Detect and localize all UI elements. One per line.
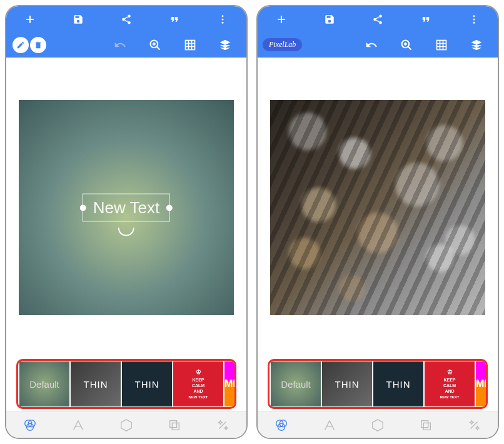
- text-element[interactable]: New Text: [83, 194, 170, 222]
- bottom-tabs: [258, 411, 498, 438]
- save-icon[interactable]: [69, 11, 87, 28]
- zoom-icon[interactable]: [398, 36, 415, 54]
- tab-shapes[interactable]: [370, 418, 385, 433]
- svg-line-11: [157, 46, 160, 49]
- svg-rect-38: [437, 40, 446, 49]
- brand-badge: PixelLab: [263, 38, 302, 51]
- svg-point-32: [473, 18, 475, 20]
- svg-line-35: [408, 46, 411, 49]
- template-strip[interactable]: Default THIN THIN ♔ KEEP CALM AND NEW TE…: [268, 359, 488, 409]
- add-icon[interactable]: [21, 11, 39, 28]
- tab-filters[interactable]: [274, 418, 289, 433]
- svg-point-9: [221, 21, 223, 23]
- template-thin-1[interactable]: THIN: [71, 361, 121, 406]
- svg-point-8: [221, 18, 223, 20]
- edit-button[interactable]: [13, 37, 29, 53]
- resize-handle-left[interactable]: [80, 204, 86, 211]
- svg-rect-47: [423, 423, 430, 430]
- svg-point-7: [221, 15, 223, 17]
- zoom-icon[interactable]: [146, 36, 164, 54]
- canvas-area: [258, 58, 498, 358]
- tab-effects[interactable]: [215, 418, 230, 433]
- svg-point-28: [379, 21, 382, 24]
- tab-shapes[interactable]: [119, 418, 134, 433]
- template-thin-2[interactable]: THIN: [373, 361, 423, 406]
- tab-filters[interactable]: [23, 418, 38, 433]
- undo-icon[interactable]: [363, 36, 380, 54]
- selection-actions: [9, 37, 46, 53]
- svg-rect-23: [172, 423, 179, 430]
- tab-text[interactable]: [322, 418, 337, 433]
- stripes-overlay: [270, 100, 485, 315]
- share-icon[interactable]: [369, 11, 386, 28]
- svg-point-33: [473, 21, 475, 23]
- toolbar-top: [6, 6, 246, 32]
- share-icon[interactable]: [118, 11, 135, 28]
- more-icon[interactable]: [214, 11, 231, 28]
- template-rainbow[interactable]: ME: [224, 361, 236, 406]
- svg-rect-46: [421, 420, 428, 427]
- template-strip[interactable]: Default THIN THIN ♔ KEEP CALM AND NEW TE…: [16, 359, 236, 409]
- svg-line-5: [124, 16, 128, 18]
- delete-button[interactable]: [30, 37, 46, 53]
- tab-layers[interactable]: [167, 418, 182, 433]
- grid-icon[interactable]: [181, 36, 199, 54]
- layers-icon[interactable]: [468, 36, 485, 54]
- grid-icon[interactable]: [433, 36, 450, 54]
- quote-icon[interactable]: [166, 11, 183, 28]
- svg-line-29: [376, 16, 379, 18]
- left-phone: New Text Default THIN THIN ♔ KEEP CALM A…: [5, 5, 248, 439]
- template-keepcalm[interactable]: ♔ KEEP CALM AND NEW TEXT: [425, 361, 475, 406]
- tab-text[interactable]: [71, 418, 86, 433]
- svg-point-2: [128, 14, 131, 18]
- svg-line-30: [376, 20, 379, 22]
- template-default[interactable]: Default: [271, 361, 321, 406]
- svg-rect-22: [169, 420, 176, 427]
- crown-icon: ♔: [447, 368, 453, 376]
- svg-point-31: [473, 15, 475, 17]
- undo-icon[interactable]: [111, 36, 129, 54]
- svg-line-6: [124, 20, 128, 22]
- template-keepcalm[interactable]: ♔ KEEP CALM AND NEW TEXT: [173, 361, 223, 406]
- layers-icon[interactable]: [216, 36, 234, 54]
- rotate-handle[interactable]: [118, 228, 134, 236]
- toolbar-right: [111, 36, 244, 54]
- more-icon[interactable]: [465, 11, 483, 28]
- save-icon[interactable]: [321, 11, 338, 28]
- svg-point-26: [379, 14, 382, 18]
- right-phone: PixelLab Default THIN THIN ♔ KEE: [256, 5, 499, 439]
- template-thin-2[interactable]: THIN: [122, 361, 172, 406]
- text-content: New Text: [93, 198, 159, 217]
- canvas[interactable]: New Text: [19, 100, 234, 315]
- crown-icon: ♔: [196, 368, 201, 376]
- svg-rect-14: [186, 40, 195, 49]
- toolbar-right: [363, 36, 495, 54]
- resize-handle-right[interactable]: [166, 204, 173, 211]
- quote-icon[interactable]: [417, 11, 435, 28]
- toolbar-second: PixelLab: [258, 32, 498, 58]
- svg-point-27: [373, 18, 376, 21]
- svg-point-3: [122, 18, 125, 21]
- svg-point-4: [128, 21, 131, 24]
- add-icon[interactable]: [273, 11, 290, 28]
- canvas[interactable]: [270, 100, 485, 315]
- template-default[interactable]: Default: [19, 361, 69, 406]
- tab-layers[interactable]: [418, 418, 433, 433]
- toolbar-second: [6, 32, 246, 58]
- tab-effects[interactable]: [466, 418, 481, 433]
- toolbar-top: [258, 6, 498, 32]
- template-thin-1[interactable]: THIN: [322, 361, 372, 406]
- canvas-area: New Text: [6, 58, 246, 358]
- template-rainbow[interactable]: ME: [476, 361, 488, 406]
- bottom-tabs: [6, 411, 246, 438]
